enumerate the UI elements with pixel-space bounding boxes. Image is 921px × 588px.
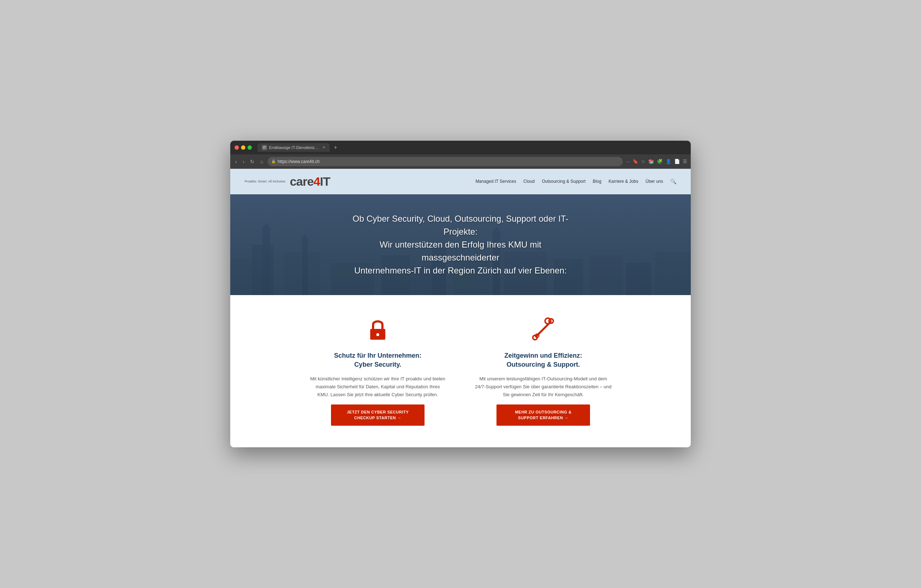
url-display: https://www.care4it.ch <box>278 159 320 164</box>
browser-toolbar: ‹ › ↻ ⌂ 🔒 https://www.care4it.ch ··· 🔖 ☆… <box>230 155 691 169</box>
home-button[interactable]: ⌂ <box>259 157 264 166</box>
svg-line-29 <box>538 322 550 335</box>
tab-title: Erstklassige IT-Dienstleistunge... <box>269 145 319 150</box>
hero-section: Ob Cyber Security, Cloud, Outsourcing, S… <box>230 194 691 295</box>
features-section: Schutz für Ihr Unternehmen:Cyber Securit… <box>230 295 691 447</box>
nav-item-outsourcing[interactable]: Outsourcing & Support <box>542 179 585 184</box>
site-header: Proaktiv. Smart. All Inclusive. care4IT … <box>230 169 691 194</box>
maximize-button[interactable] <box>247 145 252 150</box>
minimize-button[interactable] <box>241 145 246 150</box>
search-icon[interactable]: 🔍 <box>670 179 676 184</box>
toolbar-actions: ··· 🔖 ☆ 📚 🧩 👤 📄 ☰ <box>626 159 687 164</box>
browser-titlebar: IT Erstklassige IT-Dienstleistunge... ✕ … <box>230 141 691 155</box>
bookmark-button[interactable]: ☆ <box>641 159 645 164</box>
address-bar[interactable]: 🔒 https://www.care4it.ch <box>268 157 623 166</box>
outsourcing-button[interactable]: MEHR ZU OUTSOURCING &SUPPORT ERFAHREN → <box>496 404 590 426</box>
hero-content: Ob Cyber Security, Cloud, Outsourcing, S… <box>335 212 586 277</box>
close-button[interactable] <box>234 145 239 150</box>
nav-item-ueber-uns[interactable]: Über uns <box>645 179 663 184</box>
feature-cyber-title: Schutz für Ihr Unternehmen:Cyber Securit… <box>334 351 421 369</box>
ssl-lock-icon: 🔒 <box>271 160 276 163</box>
site-logo[interactable]: care4IT <box>290 174 330 189</box>
browser-tab[interactable]: IT Erstklassige IT-Dienstleistunge... ✕ <box>257 143 330 152</box>
main-nav: Managed IT Services Cloud Outsourcing & … <box>476 179 676 184</box>
sync-icon[interactable]: 👤 <box>666 159 671 164</box>
hero-title: Ob Cyber Security, Cloud, Outsourcing, S… <box>345 212 576 277</box>
logo-care: care <box>290 174 313 188</box>
browser-window: IT Erstklassige IT-Dienstleistunge... ✕ … <box>230 141 691 447</box>
more-button[interactable]: ··· <box>626 159 630 164</box>
lock-icon <box>365 317 391 345</box>
feature-cyber-security: Schutz für Ihr Unternehmen:Cyber Securit… <box>309 317 446 426</box>
back-button[interactable]: ‹ <box>234 157 239 166</box>
svg-point-25 <box>376 333 379 336</box>
feature-outsourcing-desc: Mit unserem leistungsfähigen IT-Outsourc… <box>475 375 612 399</box>
logo-4: 4 <box>313 174 320 188</box>
website-content: Proaktiv. Smart. All Inclusive. care4IT … <box>230 169 691 447</box>
refresh-button[interactable]: ↻ <box>249 157 256 166</box>
nav-item-managed-it[interactable]: Managed IT Services <box>476 179 516 184</box>
tools-icon <box>530 317 556 345</box>
new-tab-button[interactable]: + <box>332 144 339 151</box>
feature-outsourcing: Zeitgewinn und Effizienz:Outsourcing & S… <box>475 317 612 426</box>
logo-area: Proaktiv. Smart. All Inclusive. care4IT <box>245 174 330 189</box>
reader-view-icon[interactable]: 📄 <box>674 159 680 164</box>
feature-cyber-desc: Mit künstlicher Intelligenz schützen wir… <box>309 375 446 399</box>
logo-tagline: Proaktiv. Smart. All Inclusive. <box>245 179 286 184</box>
library-icon[interactable]: 📚 <box>648 159 654 164</box>
cyber-security-button[interactable]: JETZT DEN CYBER SECURITYCHECKUP STARTEN … <box>331 404 425 426</box>
tab-favicon: IT <box>262 145 267 150</box>
tab-close-button[interactable]: ✕ <box>322 145 325 149</box>
forward-button[interactable]: › <box>241 157 246 166</box>
feature-outsourcing-title: Zeitgewinn und Effizienz:Outsourcing & S… <box>504 351 582 369</box>
tab-bar: IT Erstklassige IT-Dienstleistunge... ✕ … <box>257 143 687 152</box>
nav-item-blog[interactable]: Blog <box>593 179 602 184</box>
pocket-icon[interactable]: 🔖 <box>633 159 638 164</box>
logo-it: IT <box>320 174 330 188</box>
extensions-icon[interactable]: 🧩 <box>657 159 663 164</box>
nav-item-karriere[interactable]: Karriere & Jobs <box>609 179 639 184</box>
menu-button[interactable]: ☰ <box>683 159 687 164</box>
traffic-lights <box>234 145 252 150</box>
nav-item-cloud[interactable]: Cloud <box>524 179 535 184</box>
